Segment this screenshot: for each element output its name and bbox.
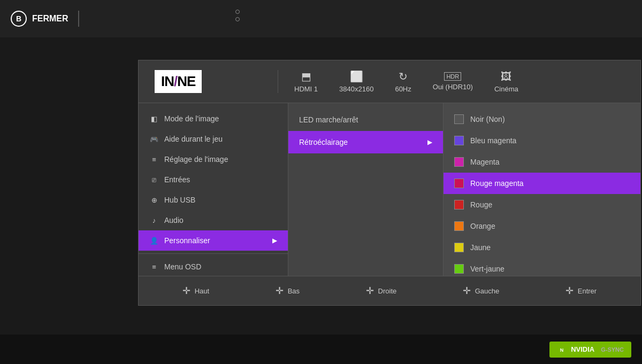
menu-osd-icon: ≡ <box>149 263 159 271</box>
logo-area: IN / NE <box>155 70 262 93</box>
nav-entrer[interactable]: ✛ Entrer <box>565 285 597 297</box>
logo-box: IN / NE <box>155 70 202 93</box>
entrees-icon: ⎚ <box>149 176 159 184</box>
aide-jeu-icon: 🎮 <box>149 135 159 143</box>
hdr-icon: HDR <box>444 72 461 81</box>
dot-2 <box>235 17 240 21</box>
personnaliser-arrow: ▶ <box>272 237 277 244</box>
top-bar-dots <box>235 10 240 21</box>
color-swatch-rouge <box>454 200 464 210</box>
retroeclairage-arrow: ▶ <box>427 138 432 146</box>
menu-separator <box>139 253 288 254</box>
opt-vert-jaune[interactable]: Vert-jaune <box>444 258 640 276</box>
opt-jaune[interactable]: Jaune <box>444 237 640 258</box>
nav-gauche[interactable]: ✛ Gauche <box>463 285 500 297</box>
gauche-icon: ✛ <box>463 285 471 297</box>
menu-item-reglage-image[interactable]: ≡ Réglage de l'image <box>139 149 288 169</box>
b-icon: B <box>11 11 27 27</box>
menu-item-audio[interactable]: ♪ Audio <box>139 210 288 230</box>
cinema-icon: 🖼 <box>501 71 511 83</box>
resolution-icon: ⬜ <box>350 70 363 83</box>
sub-item-led[interactable]: LED marche/arrêt <box>288 109 443 131</box>
nvidia-badge: N NVIDIA G-SYNC <box>549 342 631 358</box>
logo-text: IN <box>161 73 174 90</box>
opt-rouge-magenta[interactable]: Rouge magenta <box>444 173 640 194</box>
color-swatch-magenta <box>454 157 464 167</box>
refresh-icon: ↻ <box>399 70 408 83</box>
top-bar: B FERMER <box>0 0 642 37</box>
hub-usb-icon: ⊕ <box>149 196 159 204</box>
header-item-refresh: ↻ 60Hz <box>395 70 411 93</box>
haut-icon: ✛ <box>182 285 190 297</box>
gsync-label: G-SYNC <box>601 346 624 353</box>
left-menu: ◧ Mode de l'image 🎮 Aide durant le jeu ≡… <box>139 103 288 276</box>
color-swatch-noir <box>454 114 464 124</box>
dialog-body: ◧ Mode de l'image 🎮 Aide durant le jeu ≡… <box>139 103 640 276</box>
personnaliser-icon: 👤 <box>149 237 159 245</box>
nav-bas[interactable]: ✛ Bas <box>276 285 300 297</box>
color-swatch-vert-jaune <box>454 264 464 274</box>
bottom-bar: N NVIDIA G-SYNC <box>0 335 642 364</box>
droite-icon: ✛ <box>366 285 374 297</box>
header-item-hdr: HDR Oui (HDR10) <box>433 72 473 91</box>
nav-droite[interactable]: ✛ Droite <box>366 285 397 297</box>
sub-item-retroeclairage[interactable]: Rétroéclairage ▶ <box>288 131 443 153</box>
menu-item-menu-osd[interactable]: ≡ Menu OSD <box>139 257 288 276</box>
header-item-cinema: 🖼 Cinéma <box>494 71 518 93</box>
logo-text2: NE <box>177 73 195 90</box>
header-item-resolution: ⬜ 3840x2160 <box>339 70 373 93</box>
menu-item-entrees[interactable]: ⎚ Entrées <box>139 169 288 190</box>
menu-item-hub-usb[interactable]: ⊕ Hub USB <box>139 190 288 210</box>
main-dialog: IN / NE ⬒ HDMI 1 ⬜ 3840x2160 ↻ 60Hz HDR … <box>138 60 641 306</box>
dialog-header: IN / NE ⬒ HDMI 1 ⬜ 3840x2160 ↻ 60Hz HDR … <box>139 60 640 103</box>
header-item-hdmi: ⬒ HDMI 1 <box>294 70 318 93</box>
opt-rouge[interactable]: Rouge <box>444 194 640 215</box>
header-info: ⬒ HDMI 1 ⬜ 3840x2160 ↻ 60Hz HDR Oui (HDR… <box>278 70 624 93</box>
bas-icon: ✛ <box>276 285 284 297</box>
color-swatch-bleu-magenta <box>454 136 464 145</box>
opt-magenta[interactable]: Magenta <box>444 151 640 173</box>
nvidia-label: NVIDIA <box>571 345 594 353</box>
entrer-icon: ✛ <box>565 285 574 297</box>
right-options: Noir (Non) Bleu magenta Magenta Rouge ma… <box>444 103 640 276</box>
svg-text:N: N <box>560 347 564 353</box>
menu-item-personnaliser[interactable]: 👤 Personnaliser ▶ <box>139 230 288 251</box>
color-swatch-rouge-magenta <box>454 179 464 188</box>
dot-1 <box>235 10 240 14</box>
color-swatch-orange <box>454 221 464 231</box>
opt-bleu-magenta[interactable]: Bleu magenta <box>444 130 640 151</box>
close-button[interactable]: B FERMER <box>11 11 83 27</box>
color-swatch-jaune <box>454 243 464 252</box>
close-label: FERMER <box>32 14 68 24</box>
menu-item-mode-image[interactable]: ◧ Mode de l'image <box>139 109 288 129</box>
opt-orange[interactable]: Orange <box>444 215 640 237</box>
hdmi-icon: ⬒ <box>301 70 311 83</box>
nvidia-logo-icon: N <box>557 345 567 354</box>
mode-image-icon: ◧ <box>149 115 159 123</box>
audio-icon: ♪ <box>149 216 159 224</box>
separator <box>78 11 79 27</box>
mid-menu: LED marche/arrêt Rétroéclairage ▶ <box>288 103 444 276</box>
nav-haut[interactable]: ✛ Haut <box>182 285 209 297</box>
reglage-icon: ≡ <box>149 156 159 164</box>
opt-noir[interactable]: Noir (Non) <box>444 109 640 130</box>
dialog-footer: ✛ Haut ✛ Bas ✛ Droite ✛ Gauche ✛ Entrer <box>139 276 640 305</box>
menu-item-aide-jeu[interactable]: 🎮 Aide durant le jeu <box>139 129 288 149</box>
